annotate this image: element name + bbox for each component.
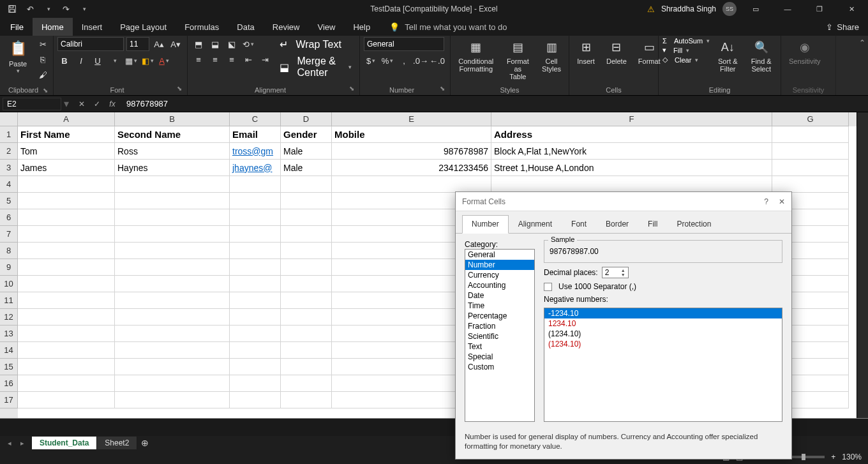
cell[interactable] [230,342,281,359]
increase-indent-icon[interactable]: ⇥ [258,52,272,66]
cell[interactable] [18,375,115,392]
cell[interactable] [115,193,230,209]
negative-numbers-list[interactable]: -1234.101234.10(1234.10)(1234.10) [544,308,782,422]
underline-button[interactable]: U [91,54,105,68]
save-icon[interactable] [5,2,19,16]
row-header[interactable]: 3 [0,160,18,176]
cell[interactable] [772,176,849,193]
formula-input[interactable] [123,98,868,110]
cell[interactable] [281,326,332,342]
cut-icon[interactable]: ✂ [36,37,50,51]
font-size[interactable] [126,37,149,51]
row-header[interactable]: 17 [0,392,18,408]
cell[interactable] [491,176,772,193]
insert-cells-button[interactable]: ⊞Insert [573,37,599,66]
sort-filter-button[interactable]: A↓Sort & Filter [714,37,742,74]
cell[interactable] [115,392,230,408]
thousand-separator-checkbox[interactable]: Use 1000 Separator (,) [544,282,782,291]
percent-icon[interactable]: % [380,54,394,68]
category-item[interactable]: General [465,250,534,260]
cell[interactable]: Mobile [332,126,491,143]
cell[interactable] [772,143,849,160]
user-name[interactable]: Shraddha Singh [661,4,716,13]
redo-icon[interactable]: ↷ [59,2,73,16]
maximize-button[interactable]: ❐ [807,0,832,18]
increase-decimal-icon[interactable]: .0→ [414,54,428,68]
cell[interactable]: Haynes [115,160,230,176]
sheet-nav-first[interactable]: ◂ [4,437,15,449]
dialog-tab-fill[interactable]: Fill [638,215,667,233]
cell[interactable] [230,392,281,408]
format-painter-icon[interactable]: 🖌 [36,68,50,82]
sheet-tab-active[interactable]: Student_Data [32,437,97,449]
cell[interactable] [332,176,491,193]
cell[interactable]: tross@gm [230,143,281,160]
qat-customize[interactable] [77,2,91,16]
paste-button[interactable]: 📋 Paste ▾ [4,37,32,75]
vertical-scrollbar[interactable] [857,112,868,418]
negative-number-option[interactable]: (1234.10) [544,329,782,339]
cell[interactable]: First Name [18,126,115,143]
row-header[interactable]: 5 [0,193,18,209]
undo-icon[interactable]: ↶ [23,2,37,16]
minimize-button[interactable]: — [775,0,800,18]
negative-number-option[interactable]: (1234.10) [544,339,782,349]
cell[interactable] [115,375,230,392]
row-header[interactable]: 9 [0,259,18,276]
sheet-nav-prev[interactable]: ▸ [17,437,28,449]
cell[interactable] [281,292,332,309]
collapse-ribbon-icon[interactable]: ⌃ [857,36,868,95]
cell[interactable] [281,276,332,292]
clipboard-launcher[interactable]: ⬊ [43,87,49,94]
category-item[interactable]: Fraction [465,321,534,331]
category-list[interactable]: GeneralNumberCurrencyAccountingDateTimeP… [465,249,535,422]
align-right-icon[interactable]: ≡ [225,52,239,66]
decrease-decimal-icon[interactable]: ←.0 [430,54,444,68]
dialog-tab-font[interactable]: Font [562,215,596,233]
cell[interactable] [18,259,115,276]
cell[interactable] [18,309,115,326]
align-bottom-icon[interactable]: ⬕ [225,37,239,51]
cell[interactable]: Email [230,126,281,143]
cell[interactable] [230,326,281,342]
alignment-launcher[interactable]: ⬊ [349,85,355,95]
category-item[interactable]: Accounting [465,280,534,290]
increase-font-icon[interactable]: A▴ [152,37,166,51]
tab-file[interactable]: File [1,18,33,36]
row-header[interactable]: 7 [0,226,18,243]
underline-dropdown[interactable] [107,54,121,68]
cell[interactable] [115,209,230,226]
cell[interactable] [18,359,115,375]
row-header[interactable]: 4 [0,176,18,193]
cell[interactable] [18,292,115,309]
delete-cells-button[interactable]: ⊟Delete [602,37,631,66]
decrease-indent-icon[interactable]: ⇤ [241,52,255,66]
category-item[interactable]: Custom [465,362,534,372]
row-header[interactable]: 11 [0,292,18,309]
italic-button[interactable]: I [74,54,88,68]
add-sheet-button[interactable]: ⊕ [137,438,153,448]
cell[interactable] [281,359,332,375]
dialog-tab-protection[interactable]: Protection [667,215,721,233]
merge-center-button[interactable]: ⬓ Merge & Center [276,54,355,80]
col-header[interactable]: E [332,112,491,126]
align-left-icon[interactable]: ≡ [191,52,206,66]
find-select-button[interactable]: 🔍Find & Select [746,37,777,74]
cell[interactable] [115,259,230,276]
cell[interactable] [230,375,281,392]
row-header[interactable]: 16 [0,375,18,392]
cell[interactable]: Second Name [115,126,230,143]
cell[interactable] [18,226,115,243]
borders-button[interactable]: ▦ [124,54,138,68]
fx-icon[interactable]: fx [106,98,119,110]
row-header[interactable]: 6 [0,209,18,226]
cell[interactable] [230,292,281,309]
fill-button[interactable]: ▾ Fill [662,46,710,54]
cell-styles-button[interactable]: ▥Cell Styles [538,37,565,74]
copy-icon[interactable]: ⎘ [36,52,50,66]
font-name[interactable] [57,37,124,51]
cell[interactable]: Ross [115,143,230,160]
decimal-places-input[interactable]: 2 ▲▼ [602,267,629,278]
col-header[interactable]: B [115,112,230,126]
cell[interactable] [115,309,230,326]
